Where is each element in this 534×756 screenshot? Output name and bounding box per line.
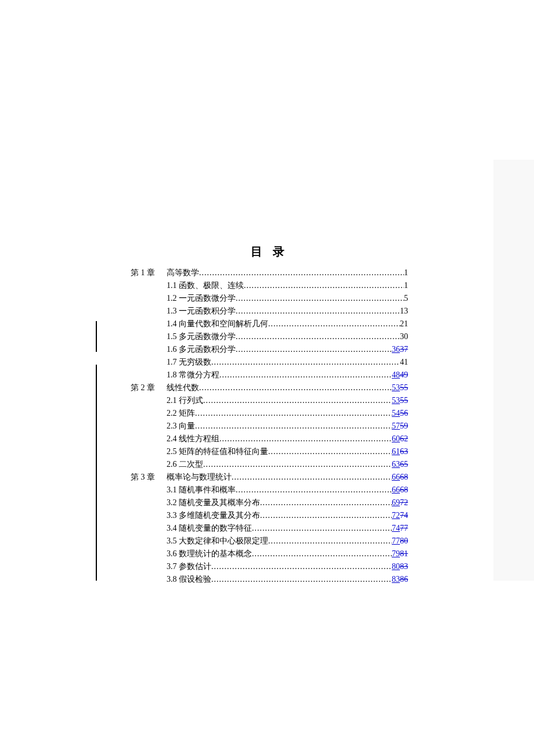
toc-chapter-label: 第 3 章 xyxy=(131,471,167,484)
toc-section-title: 2.2 矩阵 xyxy=(167,407,195,420)
rev-deleted: 72 xyxy=(400,498,408,507)
rev-deleted: 63 xyxy=(400,447,408,456)
toc-leader xyxy=(199,381,392,394)
toc-leader xyxy=(211,573,392,586)
rev-deleted: 68 xyxy=(400,485,408,494)
rev-inserted: 63 xyxy=(392,460,400,469)
toc-section-entry: 2.2 矩阵5456 xyxy=(131,407,408,420)
toc-leader xyxy=(236,330,400,343)
toc-title: 目 录 xyxy=(131,244,408,260)
rev-deleted: 55 xyxy=(400,396,408,405)
rev-inserted: 80 xyxy=(392,562,400,571)
toc-page-number: 41 xyxy=(400,356,408,369)
toc-chapter-label: 第 2 章 xyxy=(131,381,167,394)
rev-deleted: 81 xyxy=(400,549,408,558)
toc-page-number: 5 xyxy=(404,292,408,305)
toc-section-entry: 1.6 多元函数积分学3637 xyxy=(131,343,408,356)
toc-chapter-title: 高等数学 xyxy=(167,267,199,279)
toc-section-entry: 3.7 参数估计8083 xyxy=(131,560,408,573)
toc-page-number: 7274 xyxy=(392,509,408,522)
rev-inserted: 36 xyxy=(392,345,400,354)
change-bar xyxy=(96,321,97,352)
toc-section-title: 3.3 多维随机变量及其分布 xyxy=(167,509,260,522)
toc-leader xyxy=(219,433,392,445)
rev-inserted: 53 xyxy=(392,396,400,405)
toc-page-number: 5355 xyxy=(392,394,408,407)
rev-deleted: 80 xyxy=(400,537,408,545)
toc-leader xyxy=(236,484,392,496)
toc-section-title: 2.4 线性方程组 xyxy=(167,433,219,445)
toc-leader xyxy=(252,548,392,560)
toc-page-number: 6062 xyxy=(392,433,408,445)
toc-section-title: 2.5 矩阵的特征值和特征向量 xyxy=(167,445,268,458)
toc-leader xyxy=(268,318,400,330)
toc-chapter-entry: 第 3 章概率论与数理统计6668 xyxy=(131,471,408,484)
toc-leader xyxy=(203,394,392,407)
toc-leader xyxy=(236,305,400,318)
rev-deleted: 77 xyxy=(400,524,408,532)
rev-inserted: 54 xyxy=(392,409,400,417)
toc-section-title: 3.6 数理统计的基本概念 xyxy=(167,548,252,560)
toc-page-number: 1 xyxy=(404,279,408,292)
toc-page-number: 30 xyxy=(400,330,408,343)
toc-section-entry: 1.8 常微分方程4849 xyxy=(131,369,408,381)
toc-page-number: 21 xyxy=(400,318,408,330)
toc-page-number: 6365 xyxy=(392,458,408,471)
toc-section-title: 2.6 二次型 xyxy=(167,458,203,471)
rev-inserted: 77 xyxy=(392,537,400,545)
toc-section-title: 3.7 参数估计 xyxy=(167,560,211,573)
toc-page-number: 6668 xyxy=(392,484,408,496)
toc-leader xyxy=(203,458,392,471)
rev-inserted: 60 xyxy=(392,434,400,443)
toc-leader xyxy=(236,292,404,305)
rev-inserted: 66 xyxy=(392,485,400,494)
toc-section-entry: 2.6 二次型6365 xyxy=(131,458,408,471)
toc-page-number: 5355 xyxy=(392,381,408,394)
toc-leader xyxy=(260,509,392,522)
toc-section-entry: 1.2 一元函数微分学5 xyxy=(131,292,408,305)
toc-leader xyxy=(252,522,392,535)
toc-section-title: 1.7 无穷级数 xyxy=(167,356,211,369)
toc-page-number: 3637 xyxy=(392,343,408,356)
toc-page-number: 8386 xyxy=(392,573,408,586)
toc-leader xyxy=(236,343,392,356)
toc-section-entry: 1.3 一元函数积分学13 xyxy=(131,305,408,318)
rev-deleted: 86 xyxy=(400,575,408,584)
toc-section-title: 3.8 假设检验 xyxy=(167,573,211,586)
toc-section-entry: 2.1 行列式5355 xyxy=(131,394,408,407)
toc-section-entry: 2.3 向量5759 xyxy=(131,420,408,433)
toc-page-number: 7981 xyxy=(392,548,408,560)
toc-section-title: 2.1 行列式 xyxy=(167,394,203,407)
toc-section-entry: 3.1 随机事件和概率6668 xyxy=(131,484,408,496)
toc-page-number: 7780 xyxy=(392,535,408,548)
toc-section-entry: 2.4 线性方程组6062 xyxy=(131,433,408,445)
comment-pane-bg xyxy=(493,160,534,581)
toc-page-number: 6163 xyxy=(392,445,408,458)
toc-page: 目 录 第 1 章高等数学11.1 函数、极限、连续11.2 一元函数微分学51… xyxy=(131,244,408,586)
toc-section-entry: 3.8 假设检验8386 xyxy=(131,573,408,586)
toc-section-entry: 3.5 大数定律和中心极限定理7780 xyxy=(131,535,408,548)
change-bar xyxy=(96,365,97,581)
toc-leader xyxy=(260,496,392,509)
rev-inserted: 79 xyxy=(392,549,400,558)
toc-page-number: 6668 xyxy=(392,471,408,484)
rev-deleted: 74 xyxy=(400,511,408,520)
toc-leader xyxy=(211,560,392,573)
rev-inserted: 48 xyxy=(392,370,400,379)
toc-section-title: 1.1 函数、极限、连续 xyxy=(167,279,244,292)
toc-page-number: 13 xyxy=(400,305,408,318)
toc-leader xyxy=(244,279,404,292)
toc-leader xyxy=(219,369,392,381)
toc-page-number: 4849 xyxy=(392,369,408,381)
toc-leader xyxy=(268,445,392,458)
toc-section-title: 1.5 多元函数微分学 xyxy=(167,330,236,343)
toc-section-title: 3.1 随机事件和概率 xyxy=(167,484,236,496)
toc-section-entry: 1.5 多元函数微分学30 xyxy=(131,330,408,343)
toc-section-title: 1.2 一元函数微分学 xyxy=(167,292,236,305)
rev-inserted: 83 xyxy=(392,575,400,584)
toc-leader xyxy=(195,407,392,420)
rev-deleted: 56 xyxy=(400,409,408,417)
toc-page-number: 7477 xyxy=(392,522,408,535)
rev-inserted: 72 xyxy=(392,511,400,520)
rev-deleted: 37 xyxy=(400,345,408,354)
